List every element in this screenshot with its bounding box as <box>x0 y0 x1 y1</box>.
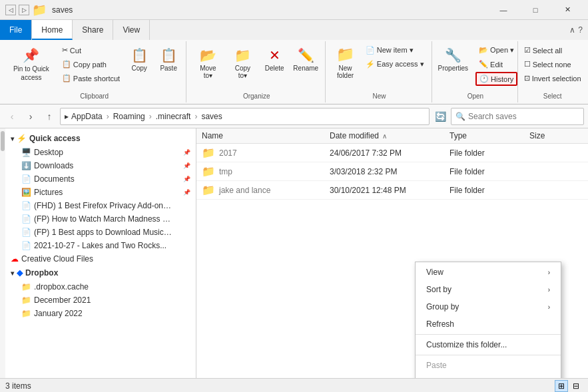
folder-icon-1: 📁 <box>21 295 31 305</box>
address-roaming[interactable]: Roaming <box>113 112 145 121</box>
pin-label: Pin to Quick access <box>11 65 51 82</box>
large-icons-button[interactable]: ⊟ <box>569 380 583 392</box>
copy-path-icon: 📋 <box>62 60 71 69</box>
select-all-button[interactable]: ☑ Select all <box>521 44 585 57</box>
tab-home[interactable]: Home <box>32 20 73 40</box>
select-none-icon: ☐ <box>524 60 531 69</box>
sidebar-item-file1[interactable]: 📄 (FHD) 1 Best Firefox Privacy Add-ons f… <box>5 199 178 212</box>
delete-icon: ✕ <box>269 47 280 63</box>
properties-button[interactable]: 🔧 Properties <box>434 44 473 75</box>
up-button[interactable]: ↑ <box>41 108 57 124</box>
status-bar: 3 items ⊞ ⊟ <box>0 378 588 392</box>
quick-access-header[interactable]: ▾ ⚡ Quick access <box>5 131 196 146</box>
history-button[interactable]: 🕐 History <box>475 72 517 86</box>
forward-button[interactable]: › <box>23 108 39 124</box>
ctx-refresh[interactable]: Refresh <box>416 315 561 333</box>
search-input[interactable] <box>468 112 579 121</box>
open-buttons: 🔧 Properties 📂 Open ▾ ✏️ Edit 🕐 History <box>434 44 518 90</box>
move-icon: 📂 <box>200 47 216 63</box>
ctx-sort-by[interactable]: Sort by › <box>416 281 561 298</box>
sidebar-item-downloads[interactable]: ⬇️ Downloads 📌 <box>5 159 196 172</box>
table-row[interactable]: 📁 2017 24/06/2017 7:32 PM File folder <box>196 144 588 162</box>
minimize-button[interactable]: — <box>488 0 519 20</box>
address-appdata[interactable]: AppData <box>71 112 103 121</box>
refresh-button[interactable]: 🔄 <box>432 108 448 124</box>
file-area: Name Date modified ∧ Type Size 📁 2017 24… <box>196 128 588 378</box>
file-date-1: 3/03/2018 2:32 PM <box>330 167 449 176</box>
chevron-icon: ▾ <box>11 135 14 142</box>
address-saves[interactable]: saves <box>201 112 222 121</box>
table-row[interactable]: 📁 jake and lance 30/10/2021 12:48 PM Fil… <box>196 181 588 200</box>
col-type[interactable]: Type <box>449 131 529 140</box>
address-bar[interactable]: ▸ AppData › Roaming › .minecraft › saves <box>60 108 430 125</box>
back-icon: ◁ <box>5 5 16 15</box>
move-to-button[interactable]: 📂 Move to▾ <box>192 44 224 83</box>
sidebar-item-file2[interactable]: 📄 (FP) How to Watch March Madness 202... <box>5 212 178 226</box>
table-row[interactable]: 📁 tmp 3/03/2018 2:32 PM File folder <box>196 162 588 181</box>
ctx-customize[interactable]: Customize this folder... <box>416 336 561 353</box>
paste-shortcut-button[interactable]: 📋 Paste shortcut <box>59 72 123 85</box>
scroll-thumb <box>1 131 5 151</box>
ctx-view[interactable]: View › <box>416 264 561 281</box>
maximize-button[interactable]: □ <box>520 0 551 20</box>
close-button[interactable]: ✕ <box>552 0 583 20</box>
file1-label: (FHD) 1 Best Firefox Privacy Add-ons for… <box>34 201 173 210</box>
ctx-group-by[interactable]: Group by › <box>416 298 561 315</box>
sidebar-item-file3[interactable]: 📄 (FP) 1 Best apps to Download Music on.… <box>5 226 178 239</box>
ctx-paste[interactable]: Paste <box>416 357 561 374</box>
sidebar-item-december[interactable]: 📁 December 2021 <box>5 294 196 307</box>
delete-button[interactable]: ✕ Delete <box>261 44 288 75</box>
file-type-0: File folder <box>449 148 529 158</box>
sidebar-item-desktop[interactable]: 🖥️ Desktop 📌 <box>5 146 196 159</box>
quick-access-icon: ⚡ <box>17 134 27 143</box>
file-date-0: 24/06/2017 7:32 PM <box>330 148 449 158</box>
easy-access-icon: ⚡ <box>366 60 375 69</box>
sidebar-item-file4[interactable]: 📄 2021-10-27 - Lakes and Two Rocks... <box>5 239 178 252</box>
folder-icon: 📁 <box>32 3 47 17</box>
edit-button[interactable]: ✏️ Edit <box>475 58 517 71</box>
sidebar-item-creative-cloud[interactable]: ☁ Creative Cloud Files <box>5 252 196 266</box>
ctx-paste-shortcut[interactable]: Paste shortcut <box>416 374 561 378</box>
address-minecraft[interactable]: .minecraft <box>156 112 191 121</box>
ctx-sep-2 <box>416 355 561 355</box>
file-name-0: 2017 <box>219 148 330 158</box>
paste-button[interactable]: 📋 Paste <box>155 44 182 75</box>
open-icon: 📂 <box>479 46 488 55</box>
details-view-button[interactable]: ⊞ <box>555 380 568 392</box>
col-size[interactable]: Size <box>529 131 583 140</box>
pin-quick-access-button[interactable]: 📌 Pin to Quick access <box>7 44 56 85</box>
context-menu: View › Sort by › Group by › Refresh Cust… <box>415 262 561 378</box>
creative-cloud-icon: ☁ <box>11 254 19 264</box>
cut-button[interactable]: ✂ Cut <box>59 44 123 57</box>
pin-indicator: 📌 <box>183 176 190 182</box>
sidebar-item-january[interactable]: 📁 January 2022 <box>5 307 196 320</box>
copy-path-button[interactable]: 📋 Copy path <box>59 58 123 71</box>
search-bar[interactable]: 🔍 <box>451 108 584 125</box>
tab-share[interactable]: Share <box>73 20 113 40</box>
easy-access-button[interactable]: ⚡ Easy access ▾ <box>362 58 428 71</box>
sidebar-scrollbar[interactable] <box>0 128 5 378</box>
col-date[interactable]: Date modified ∧ <box>330 131 449 140</box>
open-group: 🔧 Properties 📂 Open ▾ ✏️ Edit 🕐 History <box>434 41 519 102</box>
tab-view[interactable]: View <box>113 20 150 40</box>
pin-indicator: 📌 <box>183 189 190 196</box>
invert-selection-button[interactable]: ⊡ Invert selection <box>521 72 585 85</box>
new-item-button[interactable]: 📄 New item ▾ <box>362 44 428 57</box>
tab-file[interactable]: File <box>0 20 32 40</box>
open-button[interactable]: 📂 Open ▾ <box>475 44 517 57</box>
new-item-icon: 📄 <box>366 46 375 55</box>
rename-button[interactable]: ✏️ Rename <box>290 44 321 75</box>
new-folder-button[interactable]: 📁 New folder <box>331 44 359 81</box>
copy-to-button[interactable]: 📁 Copy to▾ <box>227 44 259 83</box>
select-none-button[interactable]: ☐ Select none <box>521 58 585 71</box>
address-icon: ▸ <box>65 112 69 121</box>
sidebar-item-documents[interactable]: 📄 Documents 📌 <box>5 172 196 186</box>
sidebar-item-pictures[interactable]: 🖼️ Pictures 📌 <box>5 186 196 199</box>
copy-button[interactable]: 📋 Copy <box>126 44 152 75</box>
col-name[interactable]: Name <box>202 131 330 140</box>
back-button[interactable]: ‹ <box>4 108 20 124</box>
sidebar-item-dropbox-cache[interactable]: 📁 .dropbox.cache <box>5 280 196 294</box>
dropbox-header[interactable]: ▾ ◆ Dropbox <box>5 266 196 280</box>
file-type-1: File folder <box>449 167 529 176</box>
folder-icon-0: 📁 <box>21 282 31 292</box>
